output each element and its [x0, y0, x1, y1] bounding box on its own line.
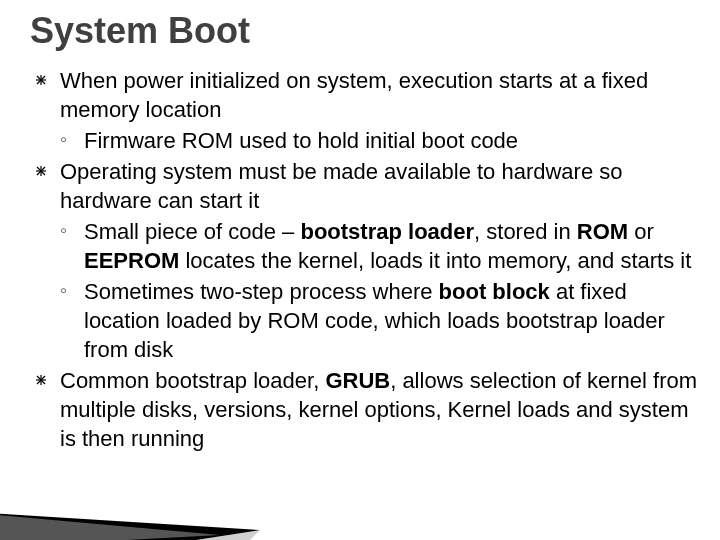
bullet-level2: ◦ Firmware ROM used to hold initial boot… — [30, 126, 700, 155]
bullet-text: Operating system must be made available … — [60, 159, 623, 213]
svg-marker-15 — [0, 510, 260, 540]
bullet-text: Sometimes two-step process where boot bl… — [84, 279, 665, 362]
bullet-icon — [34, 373, 48, 387]
bullet-text: Small piece of code – bootstrap loader, … — [84, 219, 691, 273]
bullet-text: When power initialized on system, execut… — [60, 68, 648, 122]
bullet-level1: Common bootstrap loader, GRUB, allows se… — [30, 366, 700, 453]
bullet-level2: ◦ Small piece of code – bootstrap loader… — [30, 217, 700, 275]
bullet-icon — [34, 164, 48, 178]
slide: System Boot When power initialized on sy… — [0, 0, 720, 540]
svg-marker-16 — [0, 510, 220, 540]
subbullet-icon: ◦ — [60, 126, 67, 152]
content-body: When power initialized on system, execut… — [30, 66, 700, 453]
bullet-level2: ◦ Sometimes two-step process where boot … — [30, 277, 700, 364]
svg-marker-12 — [0, 530, 260, 540]
page-title: System Boot — [30, 10, 700, 52]
subbullet-icon: ◦ — [60, 277, 67, 303]
subbullet-icon: ◦ — [60, 217, 67, 243]
bullet-level1: Operating system must be made available … — [30, 157, 700, 215]
bullet-level1: When power initialized on system, execut… — [30, 66, 700, 124]
bullet-icon — [34, 73, 48, 87]
bullet-text: Common bootstrap loader, GRUB, allows se… — [60, 368, 697, 451]
bullet-text: Firmware ROM used to hold initial boot c… — [84, 128, 518, 153]
